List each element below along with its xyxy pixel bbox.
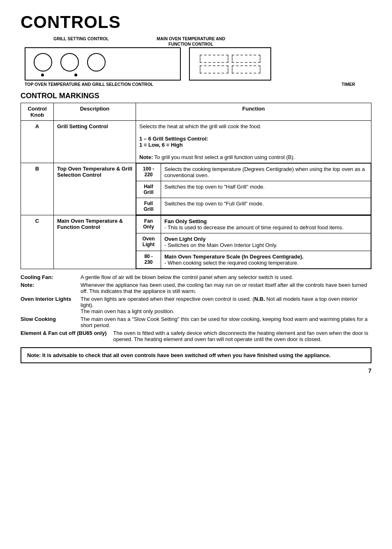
section-title: CONTROL MARKINGS — [21, 92, 371, 100]
func-row: FullGrill Switches the top oven to "Full… — [136, 198, 371, 215]
setting-desc: Fan Only Setting - This is used to decre… — [161, 216, 371, 233]
setting-desc: Switches the top oven to "Half Grill" mo… — [161, 181, 371, 198]
note-row: Cooling Fan: A gentle flow of air will b… — [21, 274, 371, 280]
diagram-label-grill: GRILL SETTING CONTROL — [53, 36, 109, 46]
note-row: Oven Interior Lights The oven lights are… — [21, 296, 371, 314]
header-description: Description — [54, 103, 136, 121]
setting-label: FullGrill — [136, 198, 161, 215]
header-knob: Control Knob — [21, 103, 54, 121]
note-text: Whenever the appliance has been used, th… — [81, 282, 371, 294]
page-number: 7 — [21, 367, 371, 374]
func-row: FanOnly Fan Only Setting - This is used … — [136, 216, 371, 233]
note-text: The oven is fitted with a safety device … — [113, 330, 371, 342]
func-row: HalfGrill Switches the top oven to "Half… — [136, 181, 371, 198]
diagram-label-top-oven: TOP OVEN TEMPERATURE AND GRILL SELECTION… — [25, 82, 153, 87]
row-c-desc: Main Oven Temperature & Function Control — [54, 215, 136, 269]
setting-label: 100 -220 — [136, 164, 161, 181]
table-row: C Main Oven Temperature & Function Contr… — [21, 215, 371, 269]
setting-label: 80 -230 — [136, 251, 161, 269]
diagram-label-main: MAIN OVEN TEMPERATURE AND FUNCTION CONTR… — [150, 36, 232, 46]
row-a-func-text: Selects the heat at which the grill will… — [139, 123, 295, 160]
setting-desc: Oven Light Only - Switches on the Main O… — [161, 233, 371, 251]
row-a-func: Selects the heat at which the grill will… — [136, 121, 371, 163]
note-text: A gentle flow of air will be blown below… — [81, 274, 371, 280]
timer-display — [200, 55, 261, 74]
row-a-knob: A — [21, 121, 54, 163]
func-row: 80 -230 Main Oven Temperature Scale (In … — [136, 251, 371, 269]
note-text: The oven lights are operated when their … — [81, 296, 371, 314]
notes-section: Cooling Fan: A gentle flow of air will b… — [21, 274, 371, 342]
control-table: Control Knob Description Function A Gril… — [21, 103, 371, 269]
setting-desc: Switches the top oven to "Full Grill" mo… — [161, 198, 371, 215]
row-b-knob: B — [21, 163, 54, 215]
knob-a — [34, 53, 52, 72]
setting-label: FanOnly — [136, 216, 161, 233]
page-title: CONTROLS — [21, 12, 371, 32]
row-a-desc: Grill Setting Control — [54, 121, 136, 163]
note-text: The main oven has a "Slow Cook Setting" … — [81, 316, 371, 328]
row-b-desc: Top Oven Temperature & Grill Selection C… — [54, 163, 136, 215]
note-row: Note: Whenever the appliance has been us… — [21, 282, 371, 294]
diagram-section: GRILL SETTING CONTROL MAIN OVEN TEMPERAT… — [21, 36, 371, 87]
row-c-knob: C — [21, 215, 54, 269]
row-b-func: 100 -220 Selects the cooking temperature… — [136, 163, 371, 215]
note-label: Element & Fan cut off (BU65 only) — [21, 330, 106, 342]
bottom-note: Note: It is advisable to check that all … — [21, 347, 371, 363]
note-label: Note: — [21, 282, 74, 294]
setting-desc: Main Oven Temperature Scale (In Degrees … — [161, 251, 371, 269]
setting-label: HalfGrill — [136, 181, 161, 198]
func-row: 100 -220 Selects the cooking temperature… — [136, 164, 371, 181]
note-label: Slow Cooking — [21, 316, 74, 328]
note-row: Element & Fan cut off (BU65 only) The ov… — [21, 330, 371, 342]
note-label: Cooling Fan: — [21, 274, 74, 280]
table-row: B Top Oven Temperature & Grill Selection… — [21, 163, 371, 215]
note-label: Oven Interior Lights — [21, 296, 74, 314]
func-row: OvenLight Oven Light Only - Switches on … — [136, 233, 371, 251]
knob-c — [87, 53, 106, 72]
knob-dot-2 — [74, 74, 77, 76]
setting-desc: Selects the cooking temperature (Degrees… — [161, 164, 371, 181]
header-function: Function — [136, 103, 371, 121]
setting-label: OvenLight — [136, 233, 161, 251]
diagram-label-timer: TIMER — [341, 82, 355, 87]
knob-b — [60, 53, 79, 72]
row-c-func: FanOnly Fan Only Setting - This is used … — [136, 215, 371, 269]
knob-dot-1 — [41, 74, 44, 76]
note-row: Slow Cooking The main oven has a "Slow C… — [21, 316, 371, 328]
table-row: A Grill Setting Control Selects the heat… — [21, 121, 371, 163]
